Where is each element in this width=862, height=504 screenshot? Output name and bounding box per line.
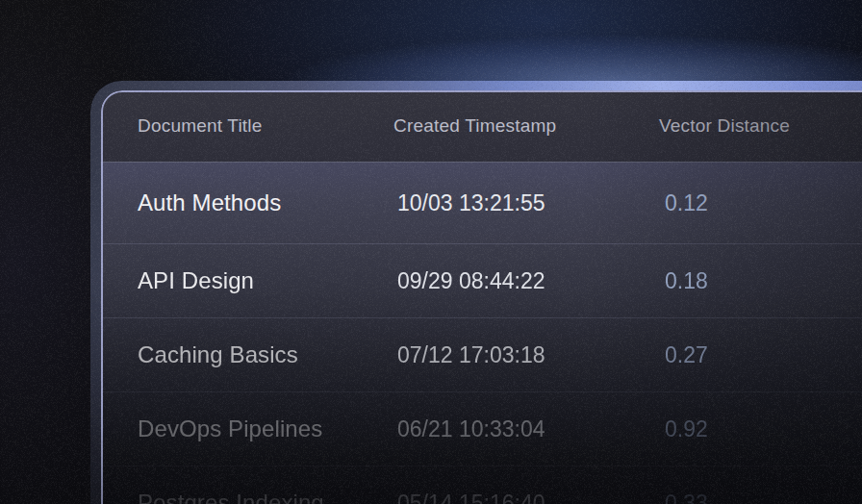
table-row[interactable]: Postgres Indexing05/14 15:16:400.33 bbox=[101, 466, 862, 504]
table-cell-timestamp: 05/14 15:16:40 bbox=[393, 491, 659, 504]
table-cell-distance: 0.27 bbox=[659, 342, 862, 368]
table-body: Auth Methods10/03 13:21:550.12API Design… bbox=[101, 163, 862, 504]
table-cell-title: DevOps Pipelines bbox=[138, 416, 393, 442]
table-cell-title: Postgres Indexing bbox=[138, 490, 393, 504]
column-header-timestamp: Created Timestamp bbox=[393, 115, 659, 137]
table-row[interactable]: API Design09/29 08:44:220.18 bbox=[101, 243, 862, 317]
table-cell-title: Auth Methods bbox=[138, 189, 393, 216]
table-cell-title: API Design bbox=[138, 267, 393, 294]
table-cell-distance: 0.92 bbox=[659, 416, 862, 442]
table-cell-distance: 0.33 bbox=[659, 491, 862, 504]
top-edge-glow bbox=[173, 17, 862, 83]
table-row[interactable]: DevOps Pipelines06/21 10:33:040.92 bbox=[101, 391, 862, 466]
column-header-title: Document Title bbox=[138, 115, 393, 137]
table-cell-timestamp: 09/29 08:44:22 bbox=[393, 268, 659, 294]
table-cell-timestamp: 10/03 13:21:55 bbox=[393, 190, 659, 216]
table-cell-timestamp: 06/21 10:33:04 bbox=[393, 416, 659, 442]
table-cell-distance: 0.18 bbox=[659, 268, 862, 294]
results-table-card: Document Title Created Timestamp Vector … bbox=[101, 90, 862, 504]
table-cell-distance: 0.12 bbox=[659, 190, 862, 216]
table-cell-timestamp: 07/12 17:03:18 bbox=[393, 342, 659, 368]
scene: Document Title Created Timestamp Vector … bbox=[0, 0, 862, 504]
table-row[interactable]: Auth Methods10/03 13:21:550.12 bbox=[101, 163, 862, 243]
column-header-distance: Vector Distance bbox=[659, 115, 862, 137]
table-header-row: Document Title Created Timestamp Vector … bbox=[101, 90, 862, 163]
table-cell-title: Caching Basics bbox=[138, 341, 393, 368]
table-row[interactable]: Caching Basics07/12 17:03:180.27 bbox=[101, 317, 862, 391]
